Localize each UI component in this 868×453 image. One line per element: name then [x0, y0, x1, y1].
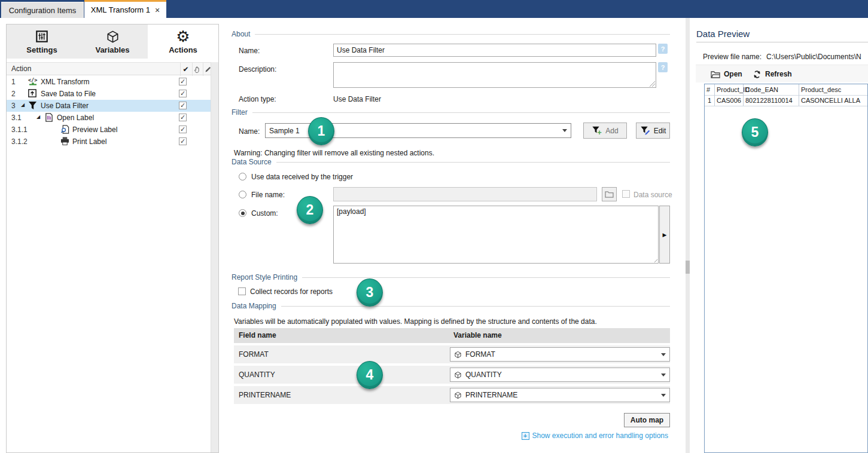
refresh-button[interactable]: Refresh: [753, 65, 792, 83]
data-source-section-header: Data Source: [232, 158, 670, 166]
action-label: Use Data Filter: [41, 102, 89, 110]
tab-settings[interactable]: Settings: [7, 25, 77, 59]
mapping-row-format: FORMAT FORMAT: [234, 345, 670, 363]
variable-name-value: PRINTERNAME: [465, 391, 517, 399]
variable-name-column-header: Variable name: [453, 331, 502, 339]
data-mapping-description: Variables will be automatically populate…: [234, 317, 597, 326]
variable-select-format[interactable]: FORMAT: [450, 347, 670, 362]
variable-select-printername[interactable]: PRINTERNAME: [450, 388, 670, 402]
filter-icon: [28, 101, 37, 112]
data-source-expander-button[interactable]: ▶: [659, 206, 670, 264]
expand-triangle-icon[interactable]: ◢: [36, 115, 40, 120]
description-input[interactable]: [333, 62, 656, 88]
help-icon[interactable]: ?: [658, 62, 668, 72]
panel-toolbar: Settings Variables ⚙ Actions: [7, 25, 218, 59]
folder-icon: [605, 191, 614, 198]
file-name-input: [333, 187, 597, 201]
grid-line: [743, 84, 744, 106]
print-label-icon: [60, 137, 69, 147]
action-row-open-label[interactable]: 3.1 ◢ Open Label ✓: [7, 112, 211, 124]
open-button-label: Open: [724, 70, 742, 78]
tab-actions[interactable]: ⚙ Actions: [148, 25, 218, 59]
help-icon[interactable]: ?: [658, 44, 668, 54]
table-cell: CASONCELLI ALLA: [801, 97, 860, 104]
action-row-preview-label[interactable]: 3.1.1 Preview Label ✓: [7, 124, 211, 136]
action-number: 3: [11, 102, 16, 110]
close-tab-icon[interactable]: ×: [155, 6, 160, 14]
callout-badge-4: 4: [357, 361, 383, 389]
field-name-column-header: Field name: [239, 331, 276, 339]
filter-warning-text: Warning: Changing filter will remove all…: [234, 149, 434, 157]
folder-open-icon: [711, 71, 720, 78]
expand-triangle-icon[interactable]: ◢: [21, 103, 25, 108]
main-scrollbar[interactable]: [686, 18, 690, 453]
action-enabled-checkbox[interactable]: ✓: [179, 137, 187, 145]
custom-data-input[interactable]: [payload]: [333, 206, 659, 264]
callout-badge-5: 5: [742, 118, 768, 146]
auto-map-label: Auto map: [631, 416, 663, 424]
radio-custom[interactable]: [239, 209, 246, 217]
tab-label: Configuration Items: [9, 6, 77, 15]
table-cell: 8021228110014: [745, 97, 793, 104]
actions-icon: ⚙: [176, 29, 190, 44]
chevron-down-icon: [661, 394, 666, 397]
open-button[interactable]: Open: [711, 65, 742, 83]
actions-explorer-panel: Settings Variables ⚙ Actions Action ✔: [6, 24, 219, 453]
action-label: Print Label: [72, 137, 106, 146]
action-row-use-data-filter[interactable]: 3 ◢ Use Data Filter ✓: [7, 100, 211, 112]
section-title: Data Source: [232, 158, 272, 166]
tab-bar: Configuration Items XML Transform 1 ×: [0, 0, 868, 18]
action-label: Save Data to File: [41, 90, 96, 98]
tab-xml-transform-1[interactable]: XML Transform 1 ×: [84, 0, 166, 18]
toolbar-button-label: Variables: [95, 45, 129, 54]
action-list-scrollbar[interactable]: [211, 62, 218, 452]
collect-records-checkbox[interactable]: [238, 287, 246, 295]
browse-folder-button[interactable]: [602, 187, 617, 201]
action-enabled-checkbox[interactable]: ✓: [179, 102, 187, 109]
toolbar-button-label: Actions: [169, 45, 197, 54]
app-window: Configuration Items XML Transform 1 × Se…: [0, 0, 868, 453]
name-input[interactable]: [333, 44, 656, 57]
tab-configuration-items[interactable]: Configuration Items: [1, 2, 84, 18]
grid-line: [799, 84, 799, 106]
action-row-xml-transform[interactable]: 1 </> XML Transform ✓: [7, 76, 211, 88]
resize-grip-icon[interactable]: [652, 257, 657, 262]
add-button-label: Add: [605, 127, 618, 135]
column-header: #: [706, 86, 710, 93]
table-cell: CAS006: [717, 97, 741, 104]
column-header: Code_EAN: [745, 86, 778, 93]
preview-label-icon: [60, 125, 69, 136]
radio-label: Use data received by the trigger: [251, 173, 353, 181]
radio-file-name[interactable]: [239, 191, 246, 198]
action-label: Preview Label: [72, 126, 117, 134]
add-filter-button[interactable]: + Add: [583, 123, 627, 139]
scrollbar-thumb[interactable]: [686, 261, 690, 274]
action-row-save-data-to-file[interactable]: 2 Save Data to File ✓: [7, 88, 211, 100]
grid-line: [714, 84, 715, 106]
action-enabled-checkbox[interactable]: ✓: [179, 126, 187, 133]
action-enabled-checkbox[interactable]: ✓: [179, 78, 187, 85]
data-source-checkbox-label: Data source: [634, 191, 672, 199]
section-title: Report Style Printing: [232, 273, 297, 281]
action-column-label: Action: [11, 65, 31, 73]
show-execution-options-link[interactable]: + Show execution and error handling opti…: [522, 431, 668, 440]
open-label-icon: [44, 113, 53, 124]
about-section-header: About: [232, 30, 670, 38]
variable-select-quantity[interactable]: QUANTITY: [450, 368, 670, 382]
chevron-down-icon: [562, 129, 567, 132]
tab-variables[interactable]: Variables: [77, 25, 148, 59]
filter-name-label: Name:: [239, 127, 260, 136]
variables-icon: [106, 29, 120, 44]
variable-cube-icon: [454, 371, 462, 379]
preview-table: # Product_ID Code_EAN Product_desc 1 CAS…: [704, 84, 868, 453]
action-row-print-label[interactable]: 3.1.2 Print Label ✓: [7, 136, 211, 148]
action-enabled-checkbox[interactable]: ✓: [179, 90, 187, 97]
radio-use-trigger-data[interactable]: [239, 173, 246, 180]
variable-name-value: FORMAT: [465, 350, 495, 359]
edit-filter-button[interactable]: Edit: [636, 123, 670, 139]
enabled-column-check-icon: ✔: [180, 63, 191, 76]
filter-name-value: Sample 1: [269, 127, 300, 135]
auto-map-button[interactable]: Auto map: [624, 413, 670, 427]
action-enabled-checkbox[interactable]: ✓: [179, 114, 187, 121]
resize-grip-icon[interactable]: [650, 81, 655, 87]
